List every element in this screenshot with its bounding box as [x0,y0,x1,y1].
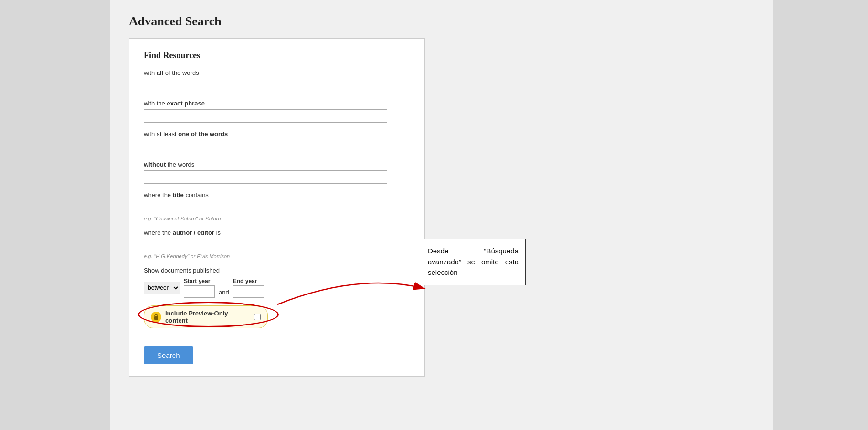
between-select[interactable]: between before after [144,282,180,294]
end-year-column: End year [233,278,264,298]
without-words-group: without the words [144,161,410,184]
exact-phrase-label: with the exact phrase [144,100,410,107]
all-words-input[interactable] [144,79,387,92]
title-hint: e.g. "Cassini at Saturn" or Saturn [144,216,410,221]
published-section: Show documents published between before … [144,267,410,298]
search-form-card: Find Resources with all of the words wit… [129,38,425,377]
one-of-words-input[interactable] [144,140,387,153]
title-contains-input[interactable] [144,201,387,214]
title-contains-label: where the title contains [144,191,410,199]
without-words-label: without the words [144,161,410,168]
page-title: Advanced Search [129,14,753,29]
and-label: and [219,289,229,296]
author-editor-group: where the author / editor is e.g. "H.G.K… [144,229,410,259]
year-row: between before after Start year and End … [144,278,410,298]
preview-only-underline: Preview-Only [189,310,228,317]
published-label: Show documents published [144,267,410,274]
main-content: Advanced Search Find Resources with all … [110,0,773,430]
find-resources-title: Find Resources [144,51,410,61]
preview-only-text: Include Preview-Only content [165,310,250,324]
author-hint: e.g. "H.G.Kennedy" or Elvis Morrison [144,253,410,259]
without-words-input[interactable] [144,170,387,184]
author-bold: author / editor [173,229,214,236]
author-editor-label: where the author / editor is [144,229,410,236]
one-of-words-group: with at least one of the words [144,130,410,153]
all-words-group: with all of the words [144,69,410,92]
callout-text: Desde “Búsqueda avanzada” se omite esta … [428,247,519,276]
end-year-input[interactable] [233,285,264,298]
exact-phrase-input[interactable] [144,109,387,123]
search-button[interactable]: Search [144,346,193,364]
end-year-label: End year [233,278,257,284]
left-sidebar [0,0,110,430]
author-editor-input[interactable] [144,239,387,252]
start-year-column: Start year [184,278,215,298]
callout-box: Desde “Búsqueda avanzada” se omite esta … [421,239,526,285]
preview-only-checkbox[interactable] [254,314,261,320]
all-words-label: with all of the words [144,69,410,76]
title-bold: title [173,191,184,199]
lock-icon [151,312,161,322]
start-year-input[interactable] [184,285,215,298]
right-sidebar [773,0,868,430]
one-of-words-label: with at least one of the words [144,130,410,137]
exact-phrase-group: with the exact phrase [144,100,410,123]
annotation-area: Include Preview-Only content [144,305,410,337]
without-bold: without [144,161,166,168]
all-words-bold: all [157,69,163,76]
preview-row-wrapper: Include Preview-Only content [144,305,268,337]
exact-phrase-bold: exact phrase [167,100,205,107]
one-of-words-bold: one of the words [178,130,228,137]
preview-only-row: Include Preview-Only content [144,305,268,328]
title-contains-group: where the title contains e.g. "Cassini a… [144,191,410,221]
start-year-label: Start year [184,278,210,284]
svg-rect-0 [154,316,158,320]
